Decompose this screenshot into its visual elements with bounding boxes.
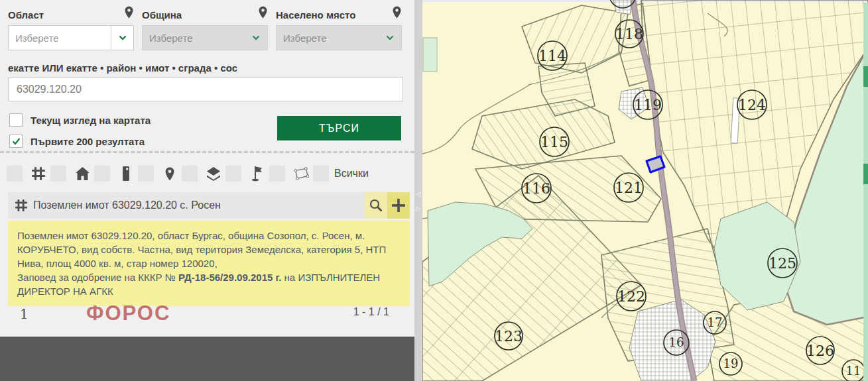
all-label: Всички xyxy=(334,168,369,180)
first-200-option[interactable]: Първите 200 резултата xyxy=(9,135,145,148)
building-checkbox[interactable] xyxy=(94,166,110,182)
settlement-select-value: Изберете xyxy=(277,32,379,44)
cadastre-app: Област Изберете Община xyxy=(0,0,868,381)
svg-text:115: 115 xyxy=(540,134,568,150)
chevron-down-icon xyxy=(245,26,267,50)
divider xyxy=(0,151,414,153)
svg-text:19: 19 xyxy=(723,356,739,370)
type-filter-polygon xyxy=(269,166,313,182)
svg-text:17: 17 xyxy=(708,315,723,329)
svg-text:119: 119 xyxy=(634,97,662,113)
parcel-info-line2: Заповед за одобрение на КККР № РД-18-56/… xyxy=(17,270,401,298)
house-checkbox[interactable] xyxy=(50,166,66,182)
filter-region: Област Изберете xyxy=(8,5,134,50)
pin-checkbox[interactable] xyxy=(138,166,154,182)
svg-text:123: 123 xyxy=(495,328,523,345)
current-view-checkbox[interactable] xyxy=(9,113,23,127)
all-checkbox[interactable] xyxy=(313,166,329,182)
type-filter-parcel xyxy=(7,166,50,182)
parcel-info-box: Поземлен имот 63029.120.20, област Бурга… xyxy=(8,221,410,306)
location-pin-icon xyxy=(392,5,402,23)
flag-checkbox[interactable] xyxy=(225,166,241,182)
scrollbar-thumb[interactable] xyxy=(863,66,868,87)
filter-municipality: Община Изберете xyxy=(142,5,268,50)
settlement-select[interactable]: Изберете xyxy=(276,25,402,50)
region-label: Област xyxy=(8,5,44,21)
location-pin-icon xyxy=(124,5,134,23)
map-scrollbar xyxy=(863,3,868,381)
parcel-grid-icon xyxy=(15,199,28,212)
filter-settlement: Населено място Изберете xyxy=(276,5,402,50)
region-select[interactable]: Изберете xyxy=(8,25,134,50)
municipality-label: Община xyxy=(142,5,182,21)
type-filter-pin xyxy=(138,166,182,182)
first-200-checkbox[interactable] xyxy=(9,135,23,148)
sidebar-bottom-bar xyxy=(0,337,414,381)
flag-icon[interactable] xyxy=(249,166,265,182)
parcel-info-line1: Поземлен имот 63029.120.20, област Бурга… xyxy=(17,229,401,270)
chevron-down-icon xyxy=(379,26,401,50)
panel-splitter[interactable]: ◁ ▷ xyxy=(414,0,422,381)
type-filter-house xyxy=(50,166,94,182)
result-row[interactable]: Поземлен имот 63029.120.20 с. Росен xyxy=(8,192,410,219)
ekatte-search-label: екатте ИЛИ екатте • район • имот • сград… xyxy=(8,62,237,74)
polygon-icon[interactable] xyxy=(293,166,309,182)
zoom-to-result-button[interactable] xyxy=(365,192,387,219)
current-view-option[interactable]: Текущ изглед на картата xyxy=(9,113,151,127)
add-result-button[interactable] xyxy=(387,192,410,219)
municipality-select-value: Изберете xyxy=(143,32,245,44)
result-actions xyxy=(365,192,410,219)
search-sidebar: Област Изберете Община xyxy=(0,0,414,381)
expand-right-arrow-icon[interactable]: ▷ xyxy=(414,204,422,213)
type-filter-building xyxy=(94,166,138,182)
page-range: 1 - 1 / 1 xyxy=(353,306,389,318)
svg-text:121: 121 xyxy=(615,180,643,196)
svg-text:16: 16 xyxy=(669,335,684,349)
location-pin-icon xyxy=(258,5,268,23)
current-view-label: Текущ изглед на картата xyxy=(31,115,151,126)
chevron-down-icon xyxy=(111,26,133,50)
scrollbar-thumb[interactable] xyxy=(863,164,868,184)
svg-text:114: 114 xyxy=(538,48,566,64)
svg-text:125: 125 xyxy=(769,255,796,272)
result-pager: 1 ФОРОС 1 - 1 / 1 xyxy=(0,299,414,333)
settlement-label: Населено място xyxy=(276,5,355,21)
foros-logo: ФОРОС xyxy=(86,301,170,325)
svg-text:126: 126 xyxy=(806,343,834,359)
svg-text:118: 118 xyxy=(615,26,643,42)
type-filter-layers xyxy=(182,166,225,182)
result-title: Поземлен имот 63029.120.20 с. Росен xyxy=(33,199,365,211)
svg-text:11: 11 xyxy=(846,364,861,378)
map-pin-icon[interactable] xyxy=(162,166,178,182)
collapse-left-arrow-icon[interactable]: ◁ xyxy=(414,190,422,199)
polygon-checkbox[interactable] xyxy=(269,166,285,182)
type-filter-all: Всички xyxy=(313,166,369,182)
svg-text:122: 122 xyxy=(617,288,645,305)
first-200-label: Първите 200 резултата xyxy=(31,136,145,147)
cadastral-map[interactable]: 1141181191241151161211251221231716191261… xyxy=(422,0,868,381)
house-icon[interactable] xyxy=(74,166,90,182)
approval-order-number: РД-18-56/29.09.2015 г. xyxy=(178,272,281,283)
parcel-grid-icon[interactable] xyxy=(31,166,46,182)
search-button[interactable]: ТЪРСИ xyxy=(277,116,401,140)
building-icon[interactable] xyxy=(118,166,134,182)
layers-icon[interactable] xyxy=(206,166,221,182)
parcel-checkbox[interactable] xyxy=(7,166,23,182)
svg-text:116: 116 xyxy=(523,180,550,197)
region-select-value: Изберете xyxy=(9,32,111,44)
svg-text:124: 124 xyxy=(738,97,766,113)
object-type-filter-row: Всички xyxy=(7,165,404,182)
scrollbar-track[interactable] xyxy=(863,3,868,381)
type-filter-flag xyxy=(225,166,269,182)
ekatte-search-input[interactable] xyxy=(8,78,403,101)
page-number[interactable]: 1 xyxy=(20,306,29,322)
location-filters: Област Изберете Община xyxy=(8,5,403,50)
layers-checkbox[interactable] xyxy=(182,166,198,182)
municipality-select[interactable]: Изберете xyxy=(142,25,268,50)
